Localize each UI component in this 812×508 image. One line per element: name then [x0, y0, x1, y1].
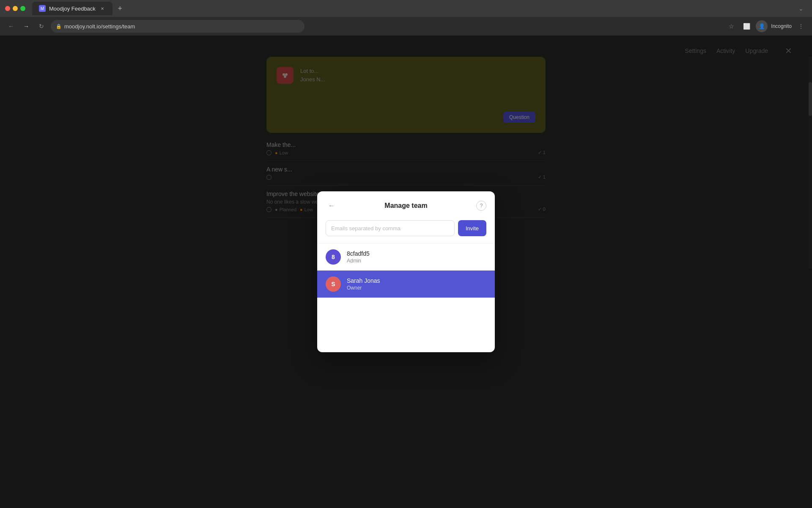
members-list: 8 8cfadfd5 Admin S Sarah Jonas Owner	[317, 243, 495, 298]
address-bar[interactable]: 🔒 moodjoy.nolt.io/settings/team	[51, 20, 304, 33]
traffic-lights	[5, 6, 25, 11]
window-controls-expand[interactable]: ⌄	[798, 5, 807, 12]
member-info-8cfadfd5: 8cfadfd5 Admin	[347, 250, 486, 264]
member-avatar-sarah-jonas: S	[326, 276, 341, 292]
browser-chrome: M Moodjoy Feedback ✕ + ⌄ ← → ↻ 🔒 moodjoy…	[0, 0, 812, 36]
tab-favicon: M	[39, 5, 46, 12]
tab-title: Moodjoy Feedback	[49, 6, 96, 12]
member-name-8cfadfd5: 8cfadfd5	[347, 250, 486, 257]
invite-row: Invite	[326, 220, 486, 236]
modal-title: Manage team	[384, 202, 427, 210]
new-tab-button[interactable]: +	[114, 3, 126, 14]
member-role-sarah-jonas: Owner	[347, 285, 486, 291]
member-name-sarah-jonas: Sarah Jonas	[347, 277, 486, 284]
modal-header: ← Manage team ?	[317, 191, 495, 218]
forward-button[interactable]: →	[20, 20, 32, 32]
modal-back-button[interactable]: ←	[326, 200, 337, 212]
modal-overlay: ← Manage team ? Invite 8	[0, 36, 812, 508]
bookmark-button[interactable]: ☆	[725, 20, 737, 32]
browser-titlebar: M Moodjoy Feedback ✕ + ⌄	[0, 0, 812, 17]
browser-nav: ← → ↻ 🔒 moodjoy.nolt.io/settings/team ☆ …	[0, 17, 812, 36]
close-traffic-light[interactable]	[5, 6, 10, 11]
back-button[interactable]: ←	[5, 20, 17, 32]
email-input[interactable]	[326, 220, 455, 236]
member-item-sarah-jonas[interactable]: S Sarah Jonas Owner	[317, 271, 495, 298]
refresh-button[interactable]: ↻	[36, 20, 47, 32]
cast-button[interactable]: ⬜	[741, 20, 752, 32]
modal-body-empty	[317, 298, 495, 340]
tab-bar: M Moodjoy Feedback ✕ +	[32, 0, 126, 17]
minimize-traffic-light[interactable]	[13, 6, 18, 11]
member-avatar-8cfadfd5: 8	[326, 249, 341, 265]
invite-button[interactable]: Invite	[458, 220, 486, 236]
member-info-sarah-jonas: Sarah Jonas Owner	[347, 277, 486, 291]
invite-section: Invite	[317, 218, 495, 243]
menu-button[interactable]: ⋮	[795, 20, 807, 32]
active-tab[interactable]: M Moodjoy Feedback ✕	[32, 2, 112, 15]
url-text: moodjoy.nolt.io/settings/team	[64, 23, 135, 30]
page-content: Settings Activity Upgrade ✕ Lot to... Jo…	[0, 36, 812, 508]
modal-help-button[interactable]: ?	[476, 201, 486, 211]
lock-icon: 🔒	[56, 24, 62, 29]
nav-right: ☆ ⬜ 👤 Incognito ⋮	[725, 20, 807, 32]
member-item-8cfadfd5[interactable]: 8 8cfadfd5 Admin	[317, 243, 495, 271]
member-role-8cfadfd5: Admin	[347, 258, 486, 264]
incognito-label: Incognito	[771, 23, 792, 29]
profile-button[interactable]: 👤	[756, 20, 768, 32]
maximize-traffic-light[interactable]	[20, 6, 25, 11]
tab-close-button[interactable]: ✕	[99, 5, 106, 12]
manage-team-modal: ← Manage team ? Invite 8	[317, 191, 495, 352]
